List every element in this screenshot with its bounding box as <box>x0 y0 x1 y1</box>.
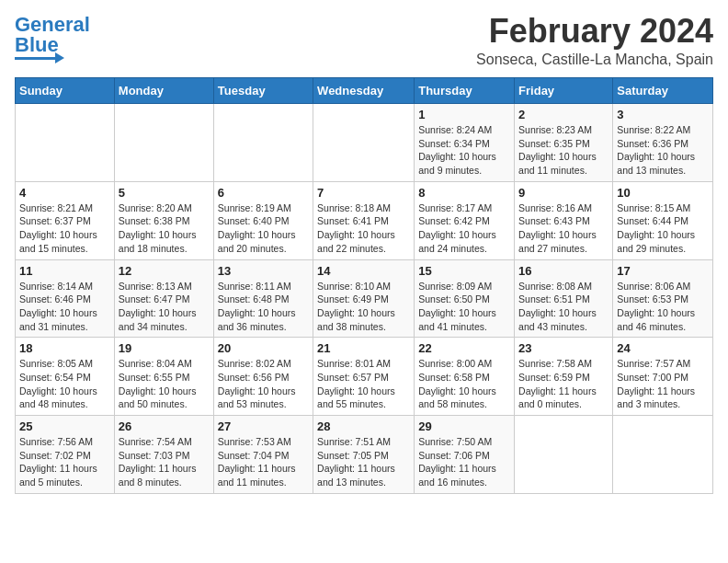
day-number: 13 <box>218 264 309 278</box>
weekday-header-tuesday: Tuesday <box>213 78 313 104</box>
calendar-cell: 13Sunrise: 8:11 AMSunset: 6:48 PMDayligh… <box>213 259 313 338</box>
day-info: Sunrise: 8:16 AMSunset: 6:43 PMDaylight:… <box>518 201 609 256</box>
logo-text: General Blue <box>15 15 90 55</box>
calendar-cell: 22Sunrise: 8:00 AMSunset: 6:58 PMDayligh… <box>415 338 515 416</box>
calendar-cell: 10Sunrise: 8:15 AMSunset: 6:44 PMDayligh… <box>613 181 713 259</box>
day-info: Sunrise: 8:22 AMSunset: 6:36 PMDaylight:… <box>617 123 709 178</box>
calendar-cell: 27Sunrise: 7:53 AMSunset: 7:04 PMDayligh… <box>213 416 313 494</box>
calendar-cell: 12Sunrise: 8:13 AMSunset: 6:47 PMDayligh… <box>114 259 213 338</box>
day-number: 20 <box>218 341 309 355</box>
calendar-cell: 8Sunrise: 8:17 AMSunset: 6:42 PMDaylight… <box>415 181 515 259</box>
calendar-cell: 9Sunrise: 8:16 AMSunset: 6:43 PMDaylight… <box>515 181 613 259</box>
calendar-cell: 16Sunrise: 8:08 AMSunset: 6:51 PMDayligh… <box>515 259 613 338</box>
day-number: 9 <box>518 186 609 200</box>
day-number: 14 <box>317 264 410 278</box>
day-number: 2 <box>518 108 609 121</box>
day-number: 6 <box>218 186 309 200</box>
location-title: Sonseca, Castille-La Mancha, Spain <box>476 52 713 68</box>
calendar-cell: 23Sunrise: 7:58 AMSunset: 6:59 PMDayligh… <box>515 338 613 416</box>
calendar-table: SundayMondayTuesdayWednesdayThursdayFrid… <box>15 77 713 494</box>
calendar-cell: 19Sunrise: 8:04 AMSunset: 6:55 PMDayligh… <box>114 338 213 416</box>
calendar-cell: 24Sunrise: 7:57 AMSunset: 7:00 PMDayligh… <box>613 338 713 416</box>
calendar-cell <box>613 416 713 494</box>
title-area: February 2024 Sonseca, Castille-La Manch… <box>476 15 713 68</box>
calendar-cell <box>213 104 313 182</box>
day-number: 29 <box>418 419 510 433</box>
calendar-cell: 4Sunrise: 8:21 AMSunset: 6:37 PMDaylight… <box>16 181 115 259</box>
day-number: 11 <box>19 264 110 278</box>
calendar-cell: 17Sunrise: 8:06 AMSunset: 6:53 PMDayligh… <box>613 259 713 338</box>
day-info: Sunrise: 8:08 AMSunset: 6:51 PMDaylight:… <box>518 280 609 334</box>
weekday-header-friday: Friday <box>515 78 613 104</box>
day-info: Sunrise: 8:19 AMSunset: 6:40 PMDaylight:… <box>218 201 309 256</box>
calendar-cell: 18Sunrise: 8:05 AMSunset: 6:54 PMDayligh… <box>16 338 115 416</box>
calendar-week-row: 25Sunrise: 7:56 AMSunset: 7:02 PMDayligh… <box>16 416 713 494</box>
day-info: Sunrise: 8:18 AMSunset: 6:41 PMDaylight:… <box>317 201 410 256</box>
weekday-header-thursday: Thursday <box>415 78 515 104</box>
month-title: February 2024 <box>476 15 713 48</box>
calendar-cell: 14Sunrise: 8:10 AMSunset: 6:49 PMDayligh… <box>313 259 415 338</box>
day-info: Sunrise: 8:01 AMSunset: 6:57 PMDaylight:… <box>317 357 410 411</box>
day-info: Sunrise: 8:21 AMSunset: 6:37 PMDaylight:… <box>19 201 110 256</box>
day-number: 26 <box>119 419 210 433</box>
day-number: 28 <box>317 419 410 433</box>
calendar-cell: 6Sunrise: 8:19 AMSunset: 6:40 PMDaylight… <box>213 181 313 259</box>
day-number: 7 <box>317 186 410 200</box>
day-number: 8 <box>418 186 510 200</box>
day-number: 5 <box>119 186 210 200</box>
calendar-cell: 20Sunrise: 8:02 AMSunset: 6:56 PMDayligh… <box>213 338 313 416</box>
day-number: 24 <box>617 341 709 355</box>
calendar-cell: 2Sunrise: 8:23 AMSunset: 6:35 PMDaylight… <box>515 104 613 182</box>
day-number: 19 <box>119 341 210 355</box>
day-info: Sunrise: 8:11 AMSunset: 6:48 PMDaylight:… <box>218 280 309 334</box>
calendar-cell: 26Sunrise: 7:54 AMSunset: 7:03 PMDayligh… <box>114 416 213 494</box>
calendar-cell: 3Sunrise: 8:22 AMSunset: 6:36 PMDaylight… <box>613 104 713 182</box>
day-number: 17 <box>617 264 709 278</box>
day-number: 23 <box>518 341 609 355</box>
day-info: Sunrise: 8:13 AMSunset: 6:47 PMDaylight:… <box>119 280 210 334</box>
weekday-header-row: SundayMondayTuesdayWednesdayThursdayFrid… <box>16 78 713 104</box>
day-info: Sunrise: 8:14 AMSunset: 6:46 PMDaylight:… <box>19 280 110 334</box>
day-number: 10 <box>617 186 709 200</box>
day-number: 16 <box>518 264 609 278</box>
day-number: 12 <box>119 264 210 278</box>
calendar-cell: 1Sunrise: 8:24 AMSunset: 6:34 PMDaylight… <box>415 104 515 182</box>
day-number: 27 <box>218 419 309 433</box>
calendar-cell <box>313 104 415 182</box>
day-number: 15 <box>418 264 510 278</box>
day-info: Sunrise: 8:05 AMSunset: 6:54 PMDaylight:… <box>19 357 110 411</box>
day-info: Sunrise: 8:10 AMSunset: 6:49 PMDaylight:… <box>317 280 410 334</box>
day-info: Sunrise: 7:53 AMSunset: 7:04 PMDaylight:… <box>218 435 309 489</box>
calendar-week-row: 11Sunrise: 8:14 AMSunset: 6:46 PMDayligh… <box>16 259 713 338</box>
day-info: Sunrise: 8:23 AMSunset: 6:35 PMDaylight:… <box>518 123 609 178</box>
calendar-cell: 5Sunrise: 8:20 AMSunset: 6:38 PMDaylight… <box>114 181 213 259</box>
logo: General Blue <box>15 15 90 63</box>
calendar-cell <box>114 104 213 182</box>
day-number: 18 <box>19 341 110 355</box>
day-number: 21 <box>317 341 410 355</box>
day-info: Sunrise: 8:09 AMSunset: 6:50 PMDaylight:… <box>418 280 510 334</box>
calendar-cell: 15Sunrise: 8:09 AMSunset: 6:50 PMDayligh… <box>415 259 515 338</box>
day-info: Sunrise: 7:54 AMSunset: 7:03 PMDaylight:… <box>119 435 210 489</box>
day-info: Sunrise: 8:17 AMSunset: 6:42 PMDaylight:… <box>418 201 510 256</box>
weekday-header-saturday: Saturday <box>613 78 713 104</box>
day-number: 22 <box>418 341 510 355</box>
day-info: Sunrise: 8:00 AMSunset: 6:58 PMDaylight:… <box>418 357 510 411</box>
calendar-cell <box>16 104 115 182</box>
day-info: Sunrise: 8:20 AMSunset: 6:38 PMDaylight:… <box>119 201 210 256</box>
weekday-header-wednesday: Wednesday <box>313 78 415 104</box>
day-info: Sunrise: 8:02 AMSunset: 6:56 PMDaylight:… <box>218 357 309 411</box>
day-info: Sunrise: 8:06 AMSunset: 6:53 PMDaylight:… <box>617 280 709 334</box>
day-info: Sunrise: 8:04 AMSunset: 6:55 PMDaylight:… <box>119 357 210 411</box>
calendar-cell: 29Sunrise: 7:50 AMSunset: 7:06 PMDayligh… <box>415 416 515 494</box>
day-number: 3 <box>617 108 709 121</box>
day-number: 1 <box>418 108 510 121</box>
calendar-week-row: 18Sunrise: 8:05 AMSunset: 6:54 PMDayligh… <box>16 338 713 416</box>
day-info: Sunrise: 7:56 AMSunset: 7:02 PMDaylight:… <box>19 435 110 489</box>
day-number: 4 <box>19 186 110 200</box>
page-header: General Blue February 2024 Sonseca, Cast… <box>15 15 713 68</box>
calendar-week-row: 4Sunrise: 8:21 AMSunset: 6:37 PMDaylight… <box>16 181 713 259</box>
day-info: Sunrise: 7:51 AMSunset: 7:05 PMDaylight:… <box>317 435 410 489</box>
weekday-header-monday: Monday <box>114 78 213 104</box>
calendar-cell: 28Sunrise: 7:51 AMSunset: 7:05 PMDayligh… <box>313 416 415 494</box>
